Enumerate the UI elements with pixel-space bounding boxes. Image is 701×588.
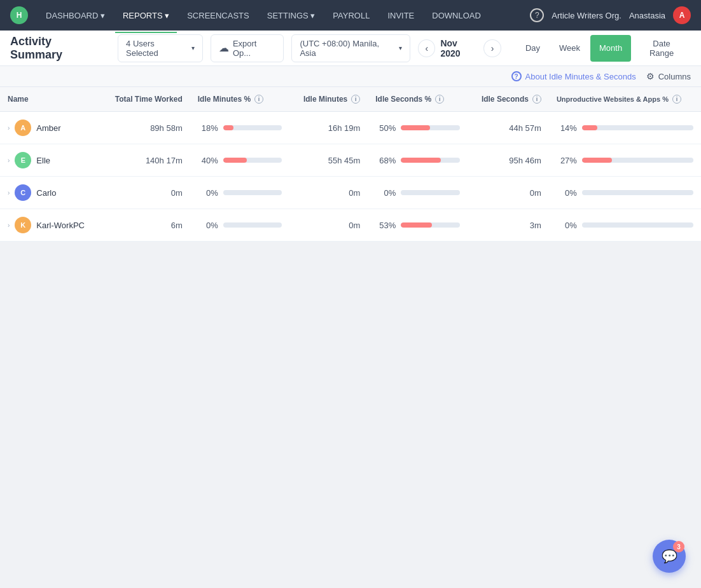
cell-idle-seconds-pct: 50%	[368, 112, 467, 144]
tab-month[interactable]: Month	[590, 35, 631, 62]
view-tabs: Day Week Month Date Range	[517, 35, 691, 62]
info-icon[interactable]: i	[532, 95, 541, 104]
about-idle-button[interactable]: ? About Idle Minutes & Seconds	[511, 71, 636, 81]
table-row: › C Carlo 0m 0% 0m 0% 0m 0%	[0, 177, 701, 209]
users-selected-button[interactable]: 4 Users Selected ▾	[118, 34, 203, 62]
cell-idle-seconds-val: 44h 57m	[468, 112, 549, 144]
gear-icon: ⚙	[646, 71, 655, 81]
table-row: › K Karl-WorkPC 6m 0% 0m 53% 3m 0%	[0, 209, 701, 242]
progress-bar-track	[401, 158, 459, 163]
tab-day[interactable]: Day	[517, 35, 549, 62]
expand-row-button[interactable]: ›	[8, 189, 10, 196]
col-header-idle-seconds-pct: Idle Seconds % i	[368, 87, 467, 112]
timezone-selector[interactable]: (UTC +08:00) Manila, Asia ▾	[291, 34, 410, 62]
cell-idle-seconds-val: 0m	[468, 177, 549, 209]
progress-bar-fill	[223, 125, 234, 130]
cell-idle-seconds-pct: 53%	[368, 209, 467, 242]
page-title: Activity Summary	[10, 35, 105, 62]
nav-reports[interactable]: REPORTS ▾	[115, 7, 177, 24]
table-row: › A Amber 89h 58m 18% 16h 19m 50% 44h 57…	[0, 112, 701, 144]
cell-total-time: 0m	[100, 177, 190, 209]
progress-bar-track	[401, 190, 459, 195]
cell-name: › A Amber	[0, 112, 100, 144]
user-name-label: Amber	[36, 123, 60, 133]
progress-bar-track	[582, 222, 693, 228]
current-date: Nov 2020	[440, 38, 478, 58]
nav-payroll[interactable]: PAYROLL	[325, 7, 377, 24]
date-navigation: ‹ Nov 2020 ›	[418, 38, 501, 58]
expand-row-button[interactable]: ›	[8, 222, 10, 229]
nav-download[interactable]: DOWNLOAD	[424, 7, 489, 24]
tab-week[interactable]: Week	[550, 35, 589, 62]
user-avatar: A	[15, 120, 31, 136]
cell-idle-seconds-val: 3m	[468, 209, 549, 242]
cell-idle-minutes-val: 55h 45m	[289, 144, 368, 177]
user-name: Anastasia	[629, 11, 665, 20]
user-avatar: E	[15, 152, 31, 168]
progress-bar-track	[223, 222, 282, 228]
nav-invite[interactable]: INVITE	[380, 7, 422, 24]
cell-idle-minutes-pct: 40%	[190, 144, 289, 177]
info-icon[interactable]: i	[672, 95, 681, 104]
org-name: Article Writers Org.	[552, 11, 621, 20]
cell-total-time: 6m	[100, 209, 190, 242]
cell-total-time: 140h 17m	[100, 144, 190, 177]
cell-unproductive-pct: 27%	[549, 144, 701, 177]
cell-idle-seconds-val: 95h 46m	[468, 144, 549, 177]
table-header-row: Name Total Time Worked Idle Minutes % i	[0, 87, 701, 112]
expand-row-button[interactable]: ›	[8, 157, 10, 164]
cell-unproductive-pct: 0%	[549, 177, 701, 209]
table-row: › E Elle 140h 17m 40% 55h 45m 68% 95h 46…	[0, 144, 701, 177]
col-header-idle-minutes: Idle Minutes i	[289, 87, 368, 112]
next-date-button[interactable]: ›	[483, 39, 501, 57]
cell-idle-minutes-pct: 18%	[190, 112, 289, 144]
col-header-total-time: Total Time Worked	[100, 87, 190, 112]
cell-idle-minutes-val: 0m	[289, 209, 368, 242]
col-header-idle-seconds: Idle Seconds i	[468, 87, 549, 112]
cell-unproductive-pct: 14%	[549, 112, 701, 144]
cell-idle-minutes-pct: 0%	[190, 177, 289, 209]
user-avatar: K	[15, 217, 31, 233]
progress-bar-fill	[401, 125, 430, 130]
secondary-toolbar: ? About Idle Minutes & Seconds ⚙ Columns	[0, 66, 701, 87]
columns-button[interactable]: ⚙ Columns	[646, 71, 691, 81]
cell-name: › C Carlo	[0, 177, 100, 209]
app-logo[interactable]: H	[10, 6, 28, 24]
col-header-name: Name	[0, 87, 100, 112]
progress-bar-fill	[223, 158, 247, 163]
progress-bar-track	[582, 190, 693, 195]
users-selected-label: 4 Users Selected	[126, 39, 188, 58]
nav-screencasts[interactable]: SCREENCASTS	[179, 7, 257, 24]
top-navigation: H DASHBOARD ▾ REPORTS ▾ SCREENCASTS SETT…	[0, 0, 701, 31]
export-label: Export Op...	[233, 39, 276, 58]
help-button[interactable]: ?	[530, 8, 544, 22]
cell-idle-minutes-pct: 0%	[190, 209, 289, 242]
cell-name: › K Karl-WorkPC	[0, 209, 100, 242]
columns-label: Columns	[658, 72, 691, 81]
user-name-label: Carlo	[36, 188, 56, 198]
cell-name: › E Elle	[0, 144, 100, 177]
cell-total-time: 89h 58m	[100, 112, 190, 144]
nav-settings[interactable]: SETTINGS ▾	[260, 7, 323, 24]
user-name-label: Elle	[36, 156, 50, 165]
cell-idle-seconds-pct: 0%	[368, 177, 467, 209]
progress-bar-track	[223, 158, 282, 163]
chevron-down-icon: ▾	[191, 44, 195, 51]
user-avatar[interactable]: A	[673, 6, 691, 24]
tab-date-range[interactable]: Date Range	[632, 35, 691, 62]
progress-bar-fill	[582, 125, 598, 130]
cell-idle-minutes-val: 16h 19m	[289, 112, 368, 144]
question-circle-icon: ?	[511, 71, 522, 81]
col-header-unproductive: Unproductive Websites & Apps % i	[549, 87, 701, 112]
expand-row-button[interactable]: ›	[8, 125, 10, 132]
progress-bar-fill	[401, 222, 432, 228]
info-icon[interactable]: i	[254, 95, 263, 104]
nav-dashboard[interactable]: DASHBOARD ▾	[38, 7, 113, 24]
col-header-idle-minutes-pct: Idle Minutes % i	[190, 87, 289, 112]
info-icon[interactable]: i	[351, 95, 360, 104]
prev-date-button[interactable]: ‹	[418, 39, 435, 57]
export-button[interactable]: ☁ Export Op...	[211, 34, 284, 62]
progress-bar-track	[401, 222, 459, 228]
info-icon[interactable]: i	[435, 95, 444, 104]
progress-bar-track	[223, 125, 282, 130]
